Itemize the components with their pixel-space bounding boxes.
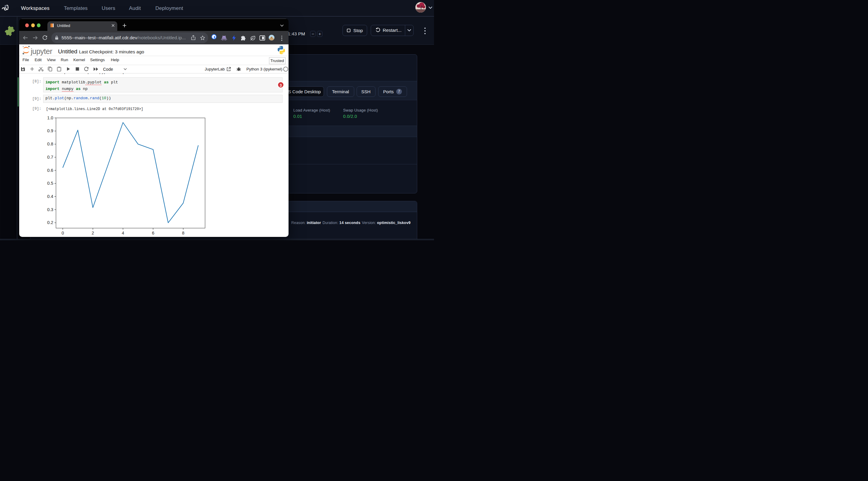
svg-text:2: 2 bbox=[91, 231, 94, 235]
svg-text:6: 6 bbox=[152, 231, 154, 235]
svg-text:0: 0 bbox=[61, 231, 64, 235]
svg-text:4: 4 bbox=[122, 231, 124, 235]
svg-text:0.3: 0.3 bbox=[47, 207, 53, 212]
svg-text:0.6: 0.6 bbox=[47, 168, 53, 172]
svg-text:0.2: 0.2 bbox=[47, 220, 53, 225]
svg-text:0.5: 0.5 bbox=[47, 181, 53, 186]
svg-text:0.9: 0.9 bbox=[47, 128, 53, 133]
svg-text:0.7: 0.7 bbox=[47, 154, 53, 159]
svg-text:8: 8 bbox=[182, 231, 184, 235]
svg-text:1.0: 1.0 bbox=[47, 115, 53, 120]
svg-text:0.4: 0.4 bbox=[47, 194, 53, 198]
svg-text:0.8: 0.8 bbox=[47, 141, 53, 146]
